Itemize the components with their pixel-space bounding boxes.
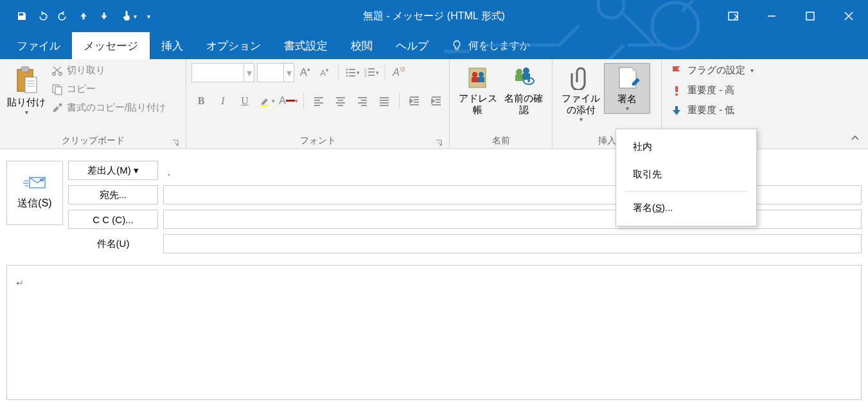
chevron-down-icon: ▾ [244,64,254,82]
paste-button[interactable]: 貼り付け ▾ [5,63,48,116]
tab-review[interactable]: 校閲 [339,32,384,59]
copy-label: コピー [67,83,96,95]
align-justify-button[interactable] [375,91,394,111]
send-button[interactable]: 送信(S) [6,161,63,225]
window-controls [714,0,868,32]
collapse-ribbon-button[interactable] [849,132,862,145]
align-right-button[interactable] [353,91,372,111]
font-color-button[interactable]: A▾ [279,91,298,111]
flag-label: フラグの設定 [687,64,745,77]
svg-rect-56 [478,77,484,82]
copy-icon [51,84,63,95]
check-names-label: 名前の確認 [501,93,547,116]
svg-rect-7 [25,77,37,93]
format-painter-button[interactable]: 書式のコピー/貼り付け [51,102,166,114]
redo-button[interactable] [54,7,72,25]
signature-menu-item-internal[interactable]: 社内 [616,133,756,161]
bullets-button[interactable]: ▾ [344,64,360,82]
to-button[interactable]: 宛先... [68,185,158,204]
subject-label: 件名(U) [68,238,158,250]
touch-mode-button[interactable]: ▾ [116,7,141,25]
numbering-button[interactable]: 123▾ [363,64,380,82]
importance-high-button[interactable]: 重要度 - 高 [671,84,754,96]
font-name-combo[interactable]: ▾ [191,63,254,82]
clear-formatting-button[interactable]: A⊘ [391,64,407,82]
signature-menu-signatures[interactable]: 署名(S)... [616,194,756,222]
svg-point-59 [523,68,529,74]
signature-menu: 社内 取引先 署名(S)... [616,129,757,226]
ribbon-display-icon [728,11,738,21]
svg-point-12 [59,72,62,75]
signature-button[interactable]: 署名 ▾ [604,63,650,114]
message-body[interactable]: ↵ [6,265,862,400]
chevron-up-icon [850,133,860,143]
subject-input[interactable] [163,234,862,253]
copy-button[interactable]: コピー [51,83,166,95]
svg-point-15 [346,69,348,71]
window-title: 無題 - メッセージ (HTML 形式) [363,10,505,23]
send-label: 送信(S) [17,197,51,210]
signature-label: 署名 [617,93,637,105]
close-button[interactable] [829,0,868,32]
svg-rect-4 [806,12,814,20]
align-right-icon [357,95,368,107]
tell-me-search[interactable]: 何をしますか [440,32,540,59]
menu-separator [625,191,747,192]
check-names-button[interactable]: 名前の確認 [501,63,547,116]
tab-file[interactable]: ファイル [5,32,72,59]
cut-label: 切り取り [67,64,105,77]
maximize-icon [805,11,815,21]
tab-options[interactable]: オプション [195,32,272,59]
tab-insert[interactable]: 挿入 [150,32,195,59]
ribbon-display-options-button[interactable] [714,0,752,32]
cc-button[interactable]: C C (C)... [68,210,158,229]
attach-file-button[interactable]: ファイルの添付 ▾ [558,63,604,123]
svg-rect-26 [368,75,375,76]
next-item-button[interactable] [95,7,113,25]
flag-icon [671,65,682,77]
bullets-icon [345,67,357,78]
highlight-icon [259,95,272,107]
underline-button[interactable]: U [235,91,254,111]
svg-rect-24 [368,68,375,69]
undo-icon [37,10,48,22]
align-center-button[interactable] [331,91,350,111]
address-book-button[interactable]: アドレス帳 [455,63,501,116]
undo-button[interactable] [33,7,51,25]
align-left-button[interactable] [309,91,328,111]
group-clipboard: 貼り付け ▾ 切り取り コピー 書式のコピー/貼り付け クリップボード [0,59,186,149]
highlight-button[interactable]: ▾ [257,91,276,111]
tab-help[interactable]: ヘルプ [384,32,440,59]
svg-rect-6 [21,67,29,72]
italic-button[interactable]: I [213,91,233,111]
grow-font-button[interactable]: A▴ [297,64,314,82]
qat-customize-button[interactable]: ▾ [144,7,153,25]
minimize-button[interactable] [752,0,791,32]
svg-point-11 [53,72,56,75]
indent-icon [430,95,442,107]
font-size-combo[interactable]: ▾ [257,63,294,82]
bold-button[interactable]: B [191,91,211,111]
maximize-button[interactable] [791,0,829,32]
tab-format[interactable]: 書式設定 [272,32,339,59]
increase-indent-button[interactable] [427,91,446,111]
ribbon-tabs: ファイル メッセージ 挿入 オプション 書式設定 校閲 ヘルプ 何をしますか [0,32,868,59]
address-book-label: アドレス帳 [455,93,501,116]
tab-message[interactable]: メッセージ [72,32,150,59]
numbering-icon: 123 [364,67,376,78]
importance-low-button[interactable]: 重要度 - 低 [671,104,754,116]
cut-button[interactable]: 切り取り [51,64,166,77]
arrow-down-icon [98,10,110,22]
from-button[interactable]: 差出人(M) ▾ [68,161,158,180]
decrease-indent-button[interactable] [405,91,424,111]
signature-menu-item-client[interactable]: 取引先 [616,161,756,188]
minimize-icon [766,11,777,21]
shrink-font-button[interactable]: A▾ [316,64,333,82]
follow-up-flag-button[interactable]: フラグの設定 ▾ [671,64,754,77]
prev-item-button[interactable] [75,7,93,25]
save-button[interactable] [13,7,31,25]
group-names-label: 名前 [492,135,510,145]
send-envelope-icon [23,176,46,190]
clipboard-launcher-button[interactable] [172,139,179,147]
font-launcher-button[interactable] [435,139,443,147]
